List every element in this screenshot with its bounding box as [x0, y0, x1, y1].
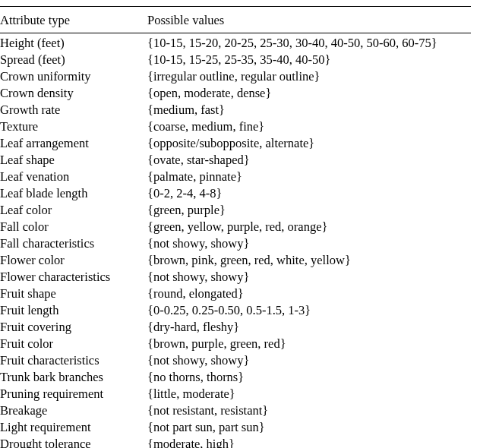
possible-values-cell: {not resistant, resistant}: [147, 402, 471, 419]
possible-values-cell: {opposite/subopposite, alternate}: [147, 135, 471, 152]
possible-values-cell: {dry-hard, fleshy}: [147, 319, 471, 336]
table-row: Leaf venation{palmate, pinnate}: [0, 169, 471, 185]
header-attribute-type: Attribute type: [0, 8, 147, 33]
table-row: Fall color{green, yellow, purple, red, o…: [0, 219, 471, 235]
attribute-type-cell: Light requirement: [0, 419, 147, 436]
table-row: Crown uniformity{irregular outline, regu…: [0, 68, 471, 85]
possible-values-cell: {not showy, showy}: [147, 269, 471, 286]
attribute-type-cell: Leaf blade length: [0, 185, 147, 202]
attribute-type-cell: Texture: [0, 118, 147, 135]
table-row: Pruning requirement{little, moderate}: [0, 386, 471, 402]
possible-values-cell: {ovate, star-shaped}: [147, 152, 471, 169]
table-row: Spread (feet){10-15, 15-25, 25-35, 35-40…: [0, 52, 471, 68]
attribute-type-cell: Drought tolerance: [0, 436, 147, 448]
possible-values-cell: {green, yellow, purple, red, orange}: [147, 219, 471, 235]
table-row: Fall characteristics{not showy, showy}: [0, 235, 471, 252]
attribute-type-cell: Leaf color: [0, 202, 147, 219]
table-row: Texture{coarse, medium, fine}: [0, 118, 471, 135]
table-row: Fruit color{brown, purple, green, red}: [0, 336, 471, 352]
table-row: Fruit characteristics{not showy, showy}: [0, 352, 471, 369]
possible-values-cell: {medium, fast}: [147, 102, 471, 118]
table-row: Leaf shape{ovate, star-shaped}: [0, 152, 471, 169]
table-row: Trunk bark branches{no thorns, thorns}: [0, 369, 471, 386]
table-row: Growth rate{medium, fast}: [0, 102, 471, 118]
attribute-type-cell: Flower color: [0, 252, 147, 269]
attribute-type-cell: Leaf venation: [0, 169, 147, 185]
table-row: Fruit length{0-0.25, 0.25-0.50, 0.5-1.5,…: [0, 302, 471, 319]
table-row: Flower color{brown, pink, green, red, wh…: [0, 252, 471, 269]
table-row: Leaf blade length{0-2, 2-4, 4-8}: [0, 185, 471, 202]
attribute-type-cell: Fruit characteristics: [0, 352, 147, 369]
attribute-type-cell: Fruit color: [0, 336, 147, 352]
table-row: Flower characteristics{not showy, showy}: [0, 269, 471, 286]
possible-values-cell: {0-2, 2-4, 4-8}: [147, 185, 471, 202]
attribute-type-cell: Fruit length: [0, 302, 147, 319]
attribute-type-cell: Crown uniformity: [0, 68, 147, 85]
table-row: Fruit shape{round, elongated}: [0, 286, 471, 302]
attributes-table-page: Attribute type Possible values Height (f…: [0, 0, 480, 448]
attribute-type-cell: Spread (feet): [0, 52, 147, 68]
attribute-type-cell: Breakage: [0, 402, 147, 419]
attribute-type-cell: Pruning requirement: [0, 386, 147, 402]
table-row: Crown density{open, moderate, dense}: [0, 85, 471, 102]
possible-values-cell: {palmate, pinnate}: [147, 169, 471, 185]
possible-values-cell: {10-15, 15-25, 25-35, 35-40, 40-50}: [147, 52, 471, 68]
possible-values-cell: {not showy, showy}: [147, 352, 471, 369]
table-row: Leaf color{green, purple}: [0, 202, 471, 219]
possible-values-cell: {not showy, showy}: [147, 235, 471, 252]
possible-values-cell: {irregular outline, regular outline}: [147, 68, 471, 85]
possible-values-cell: {brown, purple, green, red}: [147, 336, 471, 352]
attribute-type-cell: Fruit covering: [0, 319, 147, 336]
table-row: Light requirement{not part sun, part sun…: [0, 419, 471, 436]
table-row: Fruit covering{dry-hard, fleshy}: [0, 319, 471, 336]
attribute-type-cell: Leaf arrangement: [0, 135, 147, 152]
possible-values-cell: {coarse, medium, fine}: [147, 118, 471, 135]
attribute-type-cell: Crown density: [0, 85, 147, 102]
attributes-table: Attribute type Possible values Height (f…: [0, 6, 471, 448]
table-header-row: Attribute type Possible values: [0, 8, 471, 33]
possible-values-cell: {not part sun, part sun}: [147, 419, 471, 436]
possible-values-cell: {little, moderate}: [147, 386, 471, 402]
attribute-type-cell: Growth rate: [0, 102, 147, 118]
header-possible-values: Possible values: [147, 8, 471, 33]
possible-values-cell: {10-15, 15-20, 20-25, 25-30, 30-40, 40-5…: [147, 35, 471, 52]
attribute-type-cell: Flower characteristics: [0, 269, 147, 286]
possible-values-cell: {green, purple}: [147, 202, 471, 219]
possible-values-cell: {round, elongated}: [147, 286, 471, 302]
attribute-type-cell: Fall characteristics: [0, 235, 147, 252]
possible-values-cell: {moderate, high}: [147, 436, 471, 448]
attribute-type-cell: Leaf shape: [0, 152, 147, 169]
attribute-type-cell: Height (feet): [0, 35, 147, 52]
possible-values-cell: {brown, pink, green, red, white, yellow}: [147, 252, 471, 269]
attribute-type-cell: Trunk bark branches: [0, 369, 147, 386]
table-row: Leaf arrangement{opposite/subopposite, a…: [0, 135, 471, 152]
possible-values-cell: {0-0.25, 0.25-0.50, 0.5-1.5, 1-3}: [147, 302, 471, 319]
table-row: Drought tolerance{moderate, high}: [0, 436, 471, 448]
possible-values-cell: {no thorns, thorns}: [147, 369, 471, 386]
table-row: Breakage{not resistant, resistant}: [0, 402, 471, 419]
table-body: Height (feet){10-15, 15-20, 20-25, 25-30…: [0, 35, 471, 448]
table-row: Height (feet){10-15, 15-20, 20-25, 25-30…: [0, 35, 471, 52]
possible-values-cell: {open, moderate, dense}: [147, 85, 471, 102]
attribute-type-cell: Fruit shape: [0, 286, 147, 302]
attribute-type-cell: Fall color: [0, 219, 147, 235]
